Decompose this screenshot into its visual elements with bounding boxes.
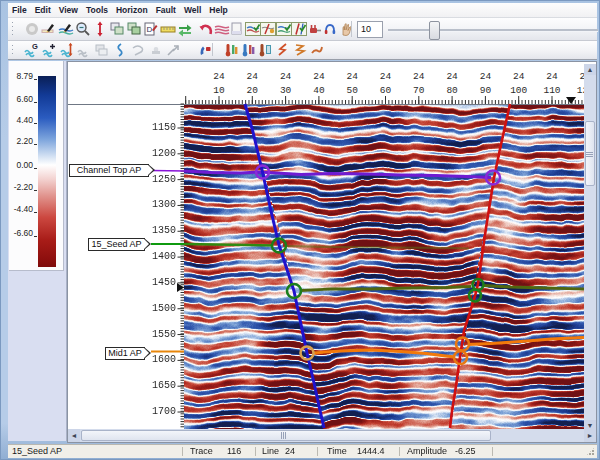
colorbar-tick: [34, 168, 37, 169]
thermo-red-icon[interactable]: [224, 42, 240, 57]
fault-blue[interactable]: [245, 104, 324, 428]
thermo-blue-icon[interactable]: [241, 42, 257, 57]
horizon-olive-mid[interactable]: [300, 287, 471, 291]
view-waves-check-icon[interactable]: [245, 21, 261, 37]
toolbar-horizon: G: [8, 41, 597, 60]
seed-updown-icon[interactable]: [59, 42, 75, 57]
time-label: 1300: [142, 200, 176, 210]
horizontal-scrollbar[interactable]: ◄►: [68, 429, 596, 442]
svg-text:D: D: [147, 25, 153, 34]
colorbar-panel: 8.796.604.402.200.00-2.20-4.40-6.60: [8, 61, 67, 441]
zigzag3-icon[interactable]: [309, 42, 325, 57]
horizon-mid1-right[interactable]: [468, 338, 584, 345]
horizon-olive-right[interactable]: [483, 286, 584, 290]
colorbar-tick: [34, 190, 37, 191]
menu-well[interactable]: Well: [180, 3, 205, 17]
toolbar-separator: [212, 43, 213, 56]
stamp-grey-icon[interactable]: [148, 42, 164, 57]
seed-g-icon[interactable]: G: [23, 42, 39, 57]
doc-edit-icon[interactable]: D: [143, 21, 159, 37]
page-icon[interactable]: [229, 21, 245, 37]
colorbar-label: 2.20: [3, 137, 33, 146]
menu-help[interactable]: Help: [205, 3, 231, 17]
menu-view[interactable]: View: [55, 3, 82, 17]
svg-text:G: G: [32, 42, 38, 51]
waves-pink-icon[interactable]: [214, 21, 230, 37]
headset-icon[interactable]: [322, 21, 338, 37]
thermo-teal-icon[interactable]: [258, 42, 274, 57]
view-waves-check2-icon[interactable]: [276, 21, 292, 37]
toolbar-grip[interactable]: [11, 21, 14, 37]
amplitude-colorbar: [38, 76, 56, 267]
scroll-right-icon[interactable]: ►: [584, 429, 596, 442]
undo-icon[interactable]: [198, 21, 214, 37]
layers-grey-icon[interactable]: [94, 42, 110, 57]
corner-arrows-grey-icon[interactable]: [165, 42, 181, 57]
curve-blue-icon[interactable]: [112, 42, 128, 57]
status-bar: 15_Seed APTrace116Line24Time1444.4Amplit…: [8, 444, 597, 458]
horizon-channel-top[interactable]: [184, 171, 491, 178]
zoom-slider-thumb[interactable]: [429, 21, 440, 40]
status-separator: [492, 447, 493, 456]
time-label: 1150: [142, 123, 176, 133]
vertical-scrollbar[interactable]: ▲▼: [584, 64, 596, 431]
time-label: 1700: [142, 407, 176, 417]
callout-pointer: [144, 347, 151, 359]
callout-15seed[interactable]: 15_Seed AP: [88, 238, 145, 251]
cascade-green-icon[interactable]: [126, 21, 142, 37]
menu-edit[interactable]: Edit: [31, 3, 55, 17]
view-fault-check2-icon[interactable]: [291, 21, 307, 37]
status-line-value: 24: [285, 445, 295, 458]
view-fault-check-icon[interactable]: [260, 21, 276, 37]
status-time-value: 1444.4: [357, 445, 385, 458]
toolbar-main: 10 D: [8, 18, 597, 41]
zoom-value-input[interactable]: 10: [357, 21, 383, 38]
horizon-15seed-left[interactable]: [184, 244, 273, 246]
menu-tools[interactable]: Tools: [82, 3, 112, 17]
zoom-icon[interactable]: [75, 21, 91, 37]
time-label: 1200: [142, 149, 176, 159]
status-separator: [255, 447, 256, 456]
leader-channel-top[interactable]: [151, 171, 185, 172]
toolbar-grip[interactable]: [11, 44, 14, 56]
horizon-15seed-mid[interactable]: [285, 246, 469, 249]
status-separator: [317, 447, 318, 456]
callout-mid1[interactable]: Mid1 AP: [105, 347, 145, 360]
status-trace-label: Trace: [190, 445, 213, 458]
plug-icon[interactable]: [307, 21, 323, 37]
resize-grip[interactable]: [586, 447, 595, 456]
seed-grey-icon[interactable]: [76, 42, 92, 57]
hscroll-grip: [281, 432, 286, 439]
phone-icon[interactable]: [197, 42, 213, 57]
callout-pointer: [148, 164, 155, 176]
vertical-scale-icon[interactable]: [92, 21, 108, 37]
menu-fault[interactable]: Fault: [152, 3, 180, 17]
colorbar-tick: [34, 79, 37, 80]
colorbar-label: 6.60: [3, 95, 33, 104]
scroll-left-icon[interactable]: ◄: [68, 429, 80, 442]
hscroll-thumb[interactable]: [81, 430, 491, 441]
lasso-grey-icon[interactable]: [130, 42, 146, 57]
zigzag1-icon[interactable]: [275, 42, 291, 57]
draw-line-icon[interactable]: [41, 21, 57, 37]
zigzag2-icon[interactable]: [292, 42, 308, 57]
horizon-mid1-mid[interactable]: [313, 350, 455, 357]
menu-file[interactable]: File: [8, 3, 31, 17]
status-current-horizon-value: 15_Seed AP: [12, 445, 62, 458]
record-icon[interactable]: [24, 21, 40, 37]
colorbar-tick: [34, 236, 37, 237]
zoom-slider-track[interactable]: [388, 29, 598, 32]
seismic-view: 2410242024302440245024602470248024902410…: [67, 61, 597, 443]
time-label: 1500: [142, 304, 176, 314]
fault-red[interactable]: [450, 104, 510, 428]
ruler-icon[interactable]: [160, 21, 176, 37]
time-label: 1350: [142, 226, 176, 236]
scroll-up-icon[interactable]: ▲: [584, 64, 596, 75]
swap-arrows-icon[interactable]: [177, 21, 193, 37]
cascade-icon[interactable]: [109, 21, 125, 37]
callout-channel-top[interactable]: Channel Top AP: [69, 164, 149, 177]
draw-waves-icon[interactable]: [58, 21, 74, 37]
menu-horizon[interactable]: Horizon: [112, 3, 152, 17]
seed-plus-icon[interactable]: [41, 42, 57, 57]
callout-label: 15_Seed AP: [89, 239, 144, 250]
